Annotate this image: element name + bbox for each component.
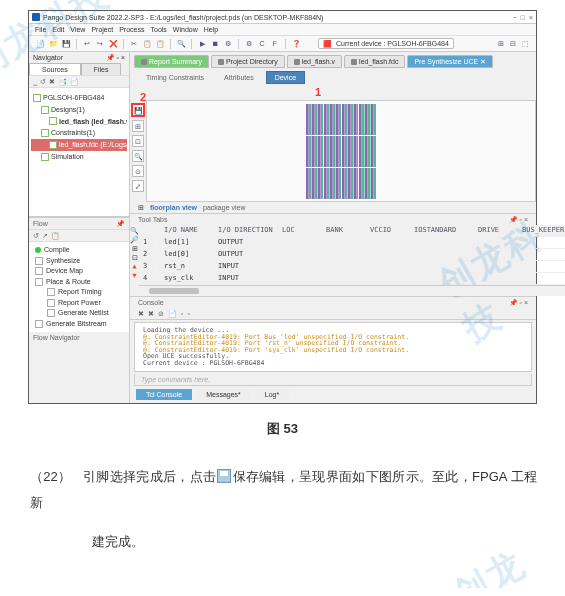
flow-step[interactable]: Place & Route [35, 277, 123, 288]
menu-item[interactable]: Help [204, 26, 218, 33]
table-row[interactable]: 2led[0]OUTPUT [139, 249, 565, 261]
table-tool[interactable]: 🔎 [130, 236, 139, 243]
console-tool[interactable]: ⊘ [158, 310, 164, 317]
floorplan-tool[interactable]: ⊙ [132, 165, 144, 177]
col-bus-keeper[interactable]: BUS_KEEPER [518, 225, 565, 236]
tab-tcl-console[interactable]: Tcl Console [136, 389, 192, 400]
console-tool[interactable]: ✖ [148, 310, 154, 317]
tree-fdc[interactable]: led_flash.fdc (E:/Logs/led [59, 140, 127, 150]
tab-device[interactable]: Device [266, 71, 305, 84]
menu-item[interactable]: Tools [150, 26, 166, 33]
table-tool[interactable]: 🔺 [130, 263, 139, 270]
tree-root[interactable]: PGLSOH-6FBG484 [43, 93, 104, 103]
flow-step[interactable]: Generate Netlist [35, 308, 123, 319]
tab-sources[interactable]: Sources [29, 63, 81, 75]
toolbar-button[interactable]: ⏹ [210, 39, 220, 49]
toolbar-button[interactable]: ↩ [82, 39, 92, 49]
table-row[interactable]: 4sys_clkINPUT [139, 273, 565, 285]
toolbar-button[interactable]: ↪ [95, 39, 105, 49]
col-drive[interactable]: DRIVE [474, 225, 518, 236]
console-tool[interactable]: ▫ [181, 310, 183, 317]
maximize-button[interactable]: □ [521, 14, 525, 21]
table-row[interactable]: 1led[1]OUTPUT [139, 237, 565, 249]
floorplan-tool[interactable]: ⊞ [132, 120, 144, 132]
flow-step[interactable]: Compile [35, 245, 123, 256]
tab-attributes[interactable]: Attributes [216, 72, 262, 83]
floorplan-canvas[interactable] [146, 100, 536, 202]
save-button[interactable]: 💾 [131, 103, 145, 117]
toolbar-button[interactable]: ▶ [197, 39, 207, 49]
floorplan-tool[interactable]: 🔍 [132, 150, 144, 162]
table-tool[interactable]: 🔻 [130, 272, 139, 279]
menu-item[interactable]: Window [173, 26, 198, 33]
col-io-name[interactable]: I/O NAME [160, 225, 214, 236]
nav-mini-icon[interactable]: ⎯ [33, 78, 37, 85]
tab-pre-synth-uce[interactable]: Pre Synthesize UCE ✕ [414, 58, 486, 65]
toolbar-button[interactable]: ✂ [129, 39, 139, 49]
tree-constraints[interactable]: Constraints(1) [51, 128, 95, 138]
toolbar-button[interactable]: ❌ [108, 39, 118, 49]
console-tool[interactable]: 📄 [168, 310, 177, 317]
col-index[interactable] [139, 225, 160, 236]
horizontal-scrollbar[interactable] [139, 285, 565, 296]
pin-icon[interactable]: 📌 [116, 220, 125, 227]
panel-options[interactable]: ▫ × [519, 216, 528, 223]
flow-step[interactable]: Device Map [35, 266, 123, 277]
toolbar-button[interactable]: 📋 [142, 39, 152, 49]
nav-mini-icon[interactable]: ✖ [49, 78, 55, 85]
toolbar-button[interactable]: ❓ [291, 39, 301, 49]
tab-floorplan-view[interactable]: floorplan view [150, 204, 197, 211]
nav-mini-icon[interactable]: 📑 [58, 78, 67, 85]
col-iostandard[interactable]: IOSTANDARD [410, 225, 474, 236]
pin-icon[interactable]: 📌 [509, 299, 518, 306]
menu-item[interactable]: Edit [52, 26, 64, 33]
table-tool[interactable]: 🔍 [130, 227, 139, 234]
menu-item[interactable]: View [70, 26, 85, 33]
table-tool[interactable]: ⊞ [132, 245, 138, 252]
nav-mini-icon[interactable]: 📄 [70, 78, 79, 85]
panel-options[interactable]: ▫ × [116, 54, 125, 61]
tab-led-flash-fdc[interactable]: led_flash.fdc [359, 58, 398, 65]
tab-messages[interactable]: Messages* [196, 389, 251, 400]
tree-designs[interactable]: Designs(1) [51, 105, 85, 115]
tab-log[interactable]: Log* [255, 389, 289, 400]
table-tool[interactable]: ⊡ [132, 254, 138, 261]
tab-package-view[interactable]: package view [203, 204, 245, 211]
flow-mini-icon[interactable]: ↗ [42, 232, 48, 239]
table-row[interactable]: 3rst_nINPUT [139, 261, 565, 273]
toolbar-button[interactable]: 💾 [61, 39, 71, 49]
panel-options[interactable]: ▫ × [519, 299, 528, 306]
tree-simulation[interactable]: Simulation [51, 152, 84, 162]
toolbar-button[interactable]: 📋 [155, 39, 165, 49]
scroll-thumb[interactable] [149, 288, 199, 294]
toolbar-button[interactable]: ⚙ [223, 39, 233, 49]
floorplan-tool[interactable]: ⤢ [132, 180, 144, 192]
toolbar-button[interactable]: 📄 [35, 39, 45, 49]
flow-step[interactable]: Generate Bitstream [35, 319, 123, 330]
menu-item[interactable]: Project [91, 26, 113, 33]
pin-icon[interactable]: 📌 [106, 54, 115, 61]
nav-mini-icon[interactable]: ↺ [40, 78, 46, 85]
minimize-button[interactable]: − [513, 14, 517, 21]
toolbar-button[interactable]: ⚙ [244, 39, 254, 49]
flow-step[interactable]: Synthesize [35, 256, 123, 267]
console-input[interactable]: Type commands here. [134, 374, 532, 386]
flow-step[interactable]: Report Timing [35, 287, 123, 298]
pin-icon[interactable]: 📌 [509, 216, 518, 223]
tree-led-flash[interactable]: led_flash (led_flash.v) [59, 117, 127, 127]
toolbar-button[interactable]: C [257, 39, 267, 49]
console-tool[interactable]: ✖ [138, 310, 144, 317]
tab-files[interactable]: Files [81, 63, 122, 75]
console-tool[interactable]: ▫ [187, 310, 189, 317]
tab-project-directory[interactable]: Project Directory [226, 58, 278, 65]
tab-led-flash-v[interactable]: led_flash.v [302, 58, 335, 65]
tab-timing-constraints[interactable]: Timing Constraints [138, 72, 212, 83]
floorplan-tool[interactable]: ⊡ [132, 135, 144, 147]
menu-item[interactable]: Process [119, 26, 144, 33]
toolbar-button[interactable]: 🔍 [176, 39, 186, 49]
toolbar-button[interactable]: ⬚ [520, 39, 530, 49]
close-button[interactable]: × [529, 14, 533, 21]
flow-mini-icon[interactable]: ↺ [33, 232, 39, 239]
flow-step[interactable]: Report Power [35, 298, 123, 309]
flow-mini-icon[interactable]: 📋 [51, 232, 60, 239]
